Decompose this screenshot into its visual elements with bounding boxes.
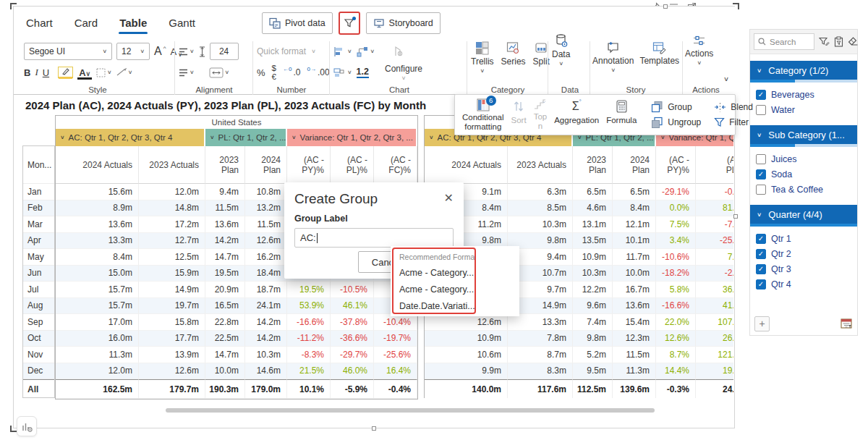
filter-item[interactable]: Water (750, 102, 857, 117)
aggregation-button[interactable]: Σ° Aggregation (551, 97, 602, 132)
column-header[interactable]: 2023 Actuals (508, 146, 573, 184)
collapse-ribbon-icon[interactable]: ∨ (723, 75, 729, 83)
horizontal-align-icon[interactable]: ∨ (179, 48, 195, 56)
column-header[interactable]: (AC - PL)% (696, 146, 733, 184)
filter-item[interactable]: ✓Qtr 2 (750, 246, 857, 261)
vertical-align-icon[interactable]: ∨ (179, 69, 195, 77)
font-color-icon[interactable]: A∨ (77, 67, 92, 78)
grow-font-icon[interactable]: A^ (154, 45, 166, 58)
data-button[interactable]: Data∨ (552, 34, 570, 67)
column-header[interactable]: 2024 Actuals (425, 146, 508, 184)
hierarchy-icon[interactable]: ∨ (357, 46, 375, 57)
checkbox[interactable]: ✓ (756, 249, 766, 259)
chart-type-icon[interactable]: ∨ (333, 46, 352, 57)
ungroup-button[interactable]: Ungroup (651, 115, 701, 131)
tab-table[interactable]: Table (119, 14, 148, 32)
group-button[interactable]: Group (651, 99, 701, 115)
borders-icon[interactable]: ∨ (96, 68, 112, 77)
checkbox[interactable] (756, 105, 766, 115)
table-cell: 12.3m (613, 331, 656, 347)
column-group-header[interactable]: ∨PL: Qtr 1, Qtr 2, ... (205, 129, 287, 146)
group-label-input[interactable]: AC: (294, 228, 454, 248)
underline-button[interactable]: U (43, 67, 49, 78)
italic-button[interactable]: I (35, 67, 38, 78)
column-width-icon[interactable]: ∨ (209, 67, 230, 78)
draw-border-icon[interactable]: ∨ (116, 68, 133, 77)
selection-handle[interactable] (663, 4, 668, 9)
actions-button[interactable]: Actions∨ (685, 35, 713, 67)
quick-format-select[interactable]: Quick format ∨ (257, 46, 316, 56)
templates-button[interactable]: Templates (639, 41, 679, 66)
column-group-header[interactable]: ∨AC: Qtr 1, Qtr 2, Qtr 3, Qtr 4 (56, 129, 205, 146)
checkbox[interactable] (756, 154, 766, 164)
filter-item[interactable]: Tea & Coffee (750, 182, 857, 197)
filter-item[interactable]: ✓Soda (750, 166, 857, 182)
highlight-color-icon[interactable] (58, 67, 73, 78)
configure-button[interactable]: Configure∨ (385, 64, 422, 82)
stacked-chart-icon[interactable]: ∨ (333, 67, 352, 78)
decimal-places-button[interactable]: 1.2 (357, 67, 369, 78)
dropdown-item[interactable]: Date.Date.Variati... (399, 297, 475, 314)
close-icon[interactable]: ✕ (444, 191, 454, 205)
bold-button[interactable]: B (24, 67, 30, 78)
checkbox[interactable]: ✓ (756, 264, 766, 274)
decrease-decimals-icon[interactable]: ←0.0 (283, 67, 300, 77)
column-header[interactable]: (AC - PY)% (656, 146, 696, 184)
checkbox[interactable]: ✓ (756, 279, 766, 289)
conditional-formatting-button[interactable]: 6 Conditional formatting ∨ (459, 97, 507, 132)
storyboard-button[interactable]: Storyboard (366, 12, 441, 34)
blend-button[interactable]: Blend (714, 99, 753, 115)
column-header[interactable]: 2023 Actuals (139, 146, 205, 184)
visual-quick-settings-button[interactable] (17, 416, 37, 436)
tab-gantt[interactable]: Gantt (168, 14, 196, 32)
filter-item[interactable]: ✓Qtr 1 (750, 231, 857, 246)
font-size-select[interactable]: 12∨ (116, 43, 150, 60)
configure-icon[interactable] (392, 46, 404, 57)
filter-item[interactable]: ✓Beverages (750, 87, 857, 102)
column-header[interactable]: 2024 Plan (613, 146, 656, 184)
filter-button[interactable]: Filter (714, 115, 753, 131)
currency-format-icon[interactable]: $€ (272, 64, 276, 81)
filter-item[interactable]: ✓Qtr 3 (750, 261, 857, 276)
column-header[interactable]: 2023 Plan (573, 146, 613, 184)
selection-handle[interactable] (372, 426, 376, 431)
font-family-select[interactable]: Segoe UI∨ (24, 43, 112, 60)
column-group-header[interactable]: ∨Variance: Qtr 1, Qtr 2, Qtr 3, ... (287, 129, 417, 146)
filter-section-header[interactable]: ∨Category (1/2) (750, 61, 857, 80)
row-height-input[interactable]: 24 (210, 43, 239, 60)
filter-section-header[interactable]: ∨Sub Category (1... (750, 125, 857, 144)
column-header[interactable]: 2024 Actuals (56, 146, 139, 184)
column-header[interactable]: (AC - PY)% (287, 146, 331, 184)
trellis-button[interactable]: Trellis∨ (471, 41, 494, 75)
tab-card[interactable]: Card (74, 14, 99, 32)
filter-section-header[interactable]: ∨Quarter (4/4) (750, 205, 857, 224)
search-input[interactable]: Search (754, 33, 814, 50)
pivot-data-button[interactable]: Pivot data (262, 12, 333, 34)
checkbox[interactable]: ✓ (756, 90, 766, 100)
tab-chart[interactable]: Chart (25, 14, 54, 32)
percent-format-icon[interactable]: % (257, 67, 265, 78)
filter-item[interactable]: ✓Qtr 4 (750, 276, 857, 292)
calendar-filter-icon[interactable] (841, 318, 853, 329)
column-header[interactable]: (AC - FC)% (374, 146, 417, 184)
checkbox[interactable]: ✓ (756, 169, 766, 179)
filter-data-button[interactable] (339, 12, 360, 35)
filter-item[interactable]: Juices (750, 151, 857, 166)
add-filter-button[interactable]: + (754, 316, 770, 331)
selection-handle[interactable] (733, 214, 738, 219)
column-header[interactable]: 2024 Plan (245, 146, 287, 184)
edit-filter-icon[interactable] (819, 37, 830, 47)
formula-button[interactable]: Formula (603, 97, 639, 132)
clipboard-icon[interactable] (834, 36, 843, 47)
dropdown-item[interactable]: Acme - Category... (399, 264, 475, 281)
checkbox[interactable]: ✓ (756, 234, 766, 244)
increase-decimals-icon[interactable]: 0→.00 (307, 67, 329, 77)
dropdown-item[interactable]: Acme - Category... (399, 281, 475, 297)
horizontal-scrollbar[interactable] (166, 408, 655, 413)
series-button[interactable]: Series (501, 41, 526, 67)
checkbox[interactable] (756, 185, 766, 195)
column-header[interactable]: (AC - PL)% (331, 146, 374, 184)
annotation-button[interactable]: Annotation∨ (592, 41, 634, 74)
column-header[interactable]: 2023 Plan (205, 146, 245, 184)
eraser-icon[interactable] (848, 37, 859, 46)
